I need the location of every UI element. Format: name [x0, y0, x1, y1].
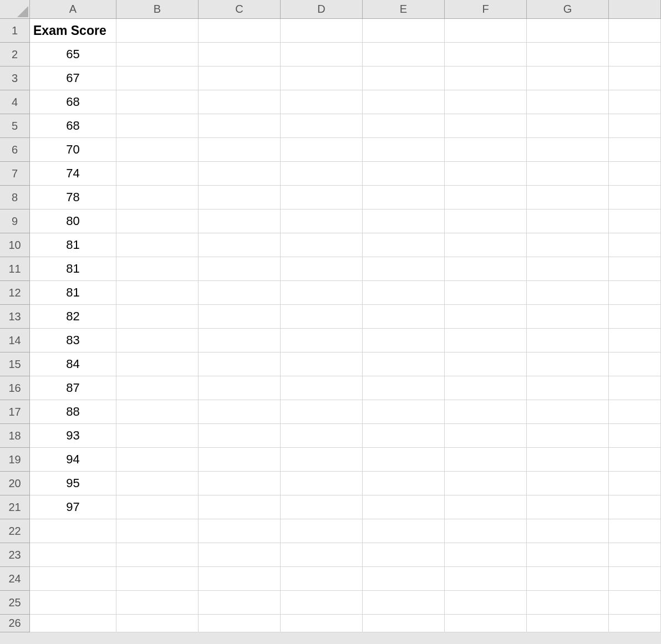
cell-G13[interactable] — [527, 305, 609, 329]
cell-C10[interactable] — [199, 233, 281, 257]
cell-partial-4[interactable] — [609, 90, 661, 114]
row-header-16[interactable]: 16 — [0, 376, 30, 400]
cell-A24[interactable] — [30, 567, 116, 591]
cell-F3[interactable] — [445, 67, 527, 90]
cell-E20[interactable] — [363, 472, 445, 495]
cell-A15[interactable]: 84 — [30, 352, 116, 376]
cell-A20[interactable]: 95 — [30, 472, 116, 495]
cell-A3[interactable]: 67 — [30, 67, 116, 90]
cell-D23[interactable] — [281, 543, 363, 567]
cell-E24[interactable] — [363, 567, 445, 591]
cell-A7[interactable]: 74 — [30, 162, 116, 186]
cell-C25[interactable] — [199, 591, 281, 615]
cell-partial-3[interactable] — [609, 67, 661, 90]
cell-B6[interactable] — [116, 138, 199, 162]
cell-G14[interactable] — [527, 329, 609, 352]
cell-C1[interactable] — [199, 19, 281, 43]
cell-C4[interactable] — [199, 90, 281, 114]
cell-B25[interactable] — [116, 591, 199, 615]
cell-D21[interactable] — [281, 495, 363, 519]
cell-A10[interactable]: 81 — [30, 233, 116, 257]
column-header-A[interactable]: A — [30, 0, 116, 19]
cell-D18[interactable] — [281, 424, 363, 448]
cell-F15[interactable] — [445, 352, 527, 376]
cell-D5[interactable] — [281, 114, 363, 138]
row-header-4[interactable]: 4 — [0, 90, 30, 114]
cell-A18[interactable]: 93 — [30, 424, 116, 448]
cell-A16[interactable]: 87 — [30, 376, 116, 400]
cell-partial-20[interactable] — [609, 472, 661, 495]
column-header-E[interactable]: E — [363, 0, 445, 19]
cell-G8[interactable] — [527, 186, 609, 209]
cell-C11[interactable] — [199, 257, 281, 281]
cell-G18[interactable] — [527, 424, 609, 448]
cell-C16[interactable] — [199, 376, 281, 400]
cell-D12[interactable] — [281, 281, 363, 305]
cell-A22[interactable] — [30, 519, 116, 543]
cell-B16[interactable] — [116, 376, 199, 400]
cell-partial-17[interactable] — [609, 400, 661, 424]
cell-G23[interactable] — [527, 543, 609, 567]
cell-E8[interactable] — [363, 186, 445, 209]
cell-G10[interactable] — [527, 233, 609, 257]
cell-D13[interactable] — [281, 305, 363, 329]
cell-F16[interactable] — [445, 376, 527, 400]
row-header-14[interactable]: 14 — [0, 329, 30, 352]
cell-C5[interactable] — [199, 114, 281, 138]
cell-F6[interactable] — [445, 138, 527, 162]
row-header-26[interactable]: 26 — [0, 615, 30, 632]
cell-F19[interactable] — [445, 448, 527, 472]
cell-C14[interactable] — [199, 329, 281, 352]
row-header-25[interactable]: 25 — [0, 591, 30, 615]
cell-F17[interactable] — [445, 400, 527, 424]
cell-D9[interactable] — [281, 209, 363, 233]
cell-B15[interactable] — [116, 352, 199, 376]
cell-B18[interactable] — [116, 424, 199, 448]
cell-B17[interactable] — [116, 400, 199, 424]
row-header-18[interactable]: 18 — [0, 424, 30, 448]
cell-G20[interactable] — [527, 472, 609, 495]
cell-F12[interactable] — [445, 281, 527, 305]
cell-C12[interactable] — [199, 281, 281, 305]
cell-E14[interactable] — [363, 329, 445, 352]
cell-partial-6[interactable] — [609, 138, 661, 162]
cell-D6[interactable] — [281, 138, 363, 162]
cell-F9[interactable] — [445, 209, 527, 233]
cell-E3[interactable] — [363, 67, 445, 90]
cell-F21[interactable] — [445, 495, 527, 519]
cell-F1[interactable] — [445, 19, 527, 43]
column-header-G[interactable]: G — [527, 0, 609, 19]
cell-E26[interactable] — [363, 615, 445, 632]
cell-C23[interactable] — [199, 543, 281, 567]
cell-E21[interactable] — [363, 495, 445, 519]
row-header-22[interactable]: 22 — [0, 519, 30, 543]
cell-G6[interactable] — [527, 138, 609, 162]
cell-G26[interactable] — [527, 615, 609, 632]
cell-A5[interactable]: 68 — [30, 114, 116, 138]
cell-C6[interactable] — [199, 138, 281, 162]
cell-partial-15[interactable] — [609, 352, 661, 376]
cell-C17[interactable] — [199, 400, 281, 424]
cell-G16[interactable] — [527, 376, 609, 400]
cell-G21[interactable] — [527, 495, 609, 519]
row-header-1[interactable]: 1 — [0, 19, 30, 43]
cell-F10[interactable] — [445, 233, 527, 257]
row-header-20[interactable]: 20 — [0, 472, 30, 495]
cell-partial-24[interactable] — [609, 567, 661, 591]
cell-C3[interactable] — [199, 67, 281, 90]
cell-partial-10[interactable] — [609, 233, 661, 257]
cell-B9[interactable] — [116, 209, 199, 233]
cell-F11[interactable] — [445, 257, 527, 281]
cell-A13[interactable]: 82 — [30, 305, 116, 329]
cell-G24[interactable] — [527, 567, 609, 591]
row-header-15[interactable]: 15 — [0, 352, 30, 376]
cell-F24[interactable] — [445, 567, 527, 591]
row-header-19[interactable]: 19 — [0, 448, 30, 472]
cell-E9[interactable] — [363, 209, 445, 233]
cell-A25[interactable] — [30, 591, 116, 615]
cell-partial-9[interactable] — [609, 209, 661, 233]
cell-partial-2[interactable] — [609, 43, 661, 67]
column-header-F[interactable]: F — [445, 0, 527, 19]
cell-F26[interactable] — [445, 615, 527, 632]
cell-F14[interactable] — [445, 329, 527, 352]
